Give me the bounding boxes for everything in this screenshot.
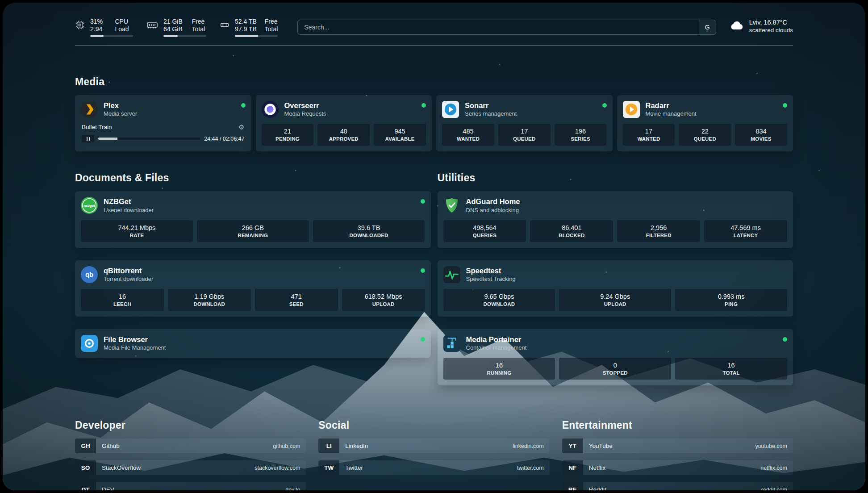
developer-section-title: Developer — [75, 419, 306, 431]
bookmark-stackoverflow[interactable]: SO StackOverflow stackoverflow.com — [75, 460, 306, 475]
speedtest-card[interactable]: Speedtest Speedtest Tracking 9.65 Gbps D… — [438, 260, 793, 317]
app-name: Radarr — [646, 101, 697, 110]
stat-value: 0.993 ms — [718, 293, 745, 300]
bookmark-linkedin[interactable]: LI LinkedIn linkedin.com — [318, 439, 549, 453]
weather-location: Lviv, 16.87°C — [749, 19, 793, 26]
bookmark-name: YouTube — [589, 443, 613, 449]
stat-downloaded: 39.6 TB DOWNLOADED — [313, 220, 425, 242]
media-section-title: Media — [75, 76, 793, 88]
stat-value: 485 — [463, 128, 473, 135]
app-name: Speedtest — [466, 266, 516, 276]
header-divider — [75, 45, 793, 46]
plex-icon — [81, 101, 98, 118]
stat-value: 266 GB — [242, 224, 264, 231]
nzbget-icon: nzbget — [81, 197, 98, 214]
stat-value: 17 — [645, 128, 652, 135]
stat-seed: 471 SEED — [255, 289, 338, 311]
documents-section-title: Documents & Files — [75, 172, 431, 184]
memory-icon — [146, 20, 158, 37]
portainer-icon — [443, 335, 460, 352]
bookmark-netflix[interactable]: NF Netflix netflix.com — [562, 460, 793, 475]
documents-section: Documents & Files nzbget NZBGet — [75, 172, 431, 358]
speedtest-icon — [443, 266, 460, 283]
radarr-card[interactable]: Radarr Movie management 17 WANTED 22 QUE… — [617, 95, 793, 151]
sonarr-card[interactable]: Sonarr Series management 485 WANTED 17 Q… — [436, 95, 613, 151]
memory-metric: 21 GiB Free 64 GiB Total — [146, 18, 206, 37]
cloud-icon — [730, 20, 744, 33]
pause-button[interactable] — [82, 135, 94, 142]
disk-metric: 52.4 TB Free 97.9 TB Total — [220, 18, 278, 37]
bookmark-abbr: DT — [75, 482, 96, 490]
stat-label: AVAILABLE — [385, 136, 415, 142]
bookmark-abbr: YT — [562, 439, 583, 453]
stat-label: APPROVED — [329, 136, 359, 142]
stat-queued: 22 QUEUED — [679, 124, 731, 146]
stat-value: 47.569 ms — [730, 224, 761, 231]
stat-leech: 16 LEECH — [81, 289, 164, 311]
bookmark-reddit[interactable]: RE Reddit reddit.com — [562, 482, 793, 490]
stat-wanted: 485 WANTED — [442, 124, 494, 146]
stat-label: RUNNING — [487, 370, 511, 376]
bookmark-youtube[interactable]: YT YouTube youtube.com — [562, 439, 793, 453]
stat-value: 17 — [521, 128, 528, 135]
bookmark-abbr: NF — [562, 460, 583, 475]
stat-value: 2,956 — [651, 224, 667, 231]
search-input[interactable] — [298, 20, 698, 34]
playback-progress-bar[interactable] — [98, 138, 200, 140]
stat-value: 0 — [613, 362, 617, 369]
app-name: Overseerr — [284, 101, 326, 110]
entertainment-section-title: Entertainment — [562, 419, 793, 431]
app-name: Plex — [104, 101, 137, 110]
stat-label: FILTERED — [646, 233, 672, 238]
status-dot — [421, 268, 425, 273]
playback-time: 24:44 / 02:06:47 — [204, 136, 244, 142]
qbittorrent-card[interactable]: qb qBittorrent Torrent downloader 16 — [75, 260, 431, 317]
stat-label: PING — [725, 301, 738, 307]
app-description: Media File Management — [104, 344, 166, 352]
search-engine-button[interactable]: G — [699, 20, 716, 34]
filebrowser-icon — [81, 335, 98, 352]
plex-card[interactable]: Plex Media server Bullet Train ⚙ — [75, 95, 251, 151]
app-name: NZBGet — [104, 197, 154, 206]
overseerr-card[interactable]: Overseerr Media Requests 21 PENDING 40 A… — [256, 95, 432, 151]
filebrowser-card[interactable]: File Browser Media File Management — [75, 329, 431, 358]
bookmark-github[interactable]: GH Github github.com — [75, 439, 306, 453]
cpu-load-label: Load — [115, 25, 133, 33]
stat-value: 498,564 — [473, 224, 496, 231]
memory-bar — [163, 35, 206, 37]
adguard-card[interactable]: AdGuard Home DNS and adblocking 498,564 … — [438, 191, 793, 247]
bookmark-name: Github — [102, 443, 120, 449]
stat-series: 196 SERIES — [555, 124, 607, 146]
stat-label: REMAINING — [238, 233, 268, 238]
playback-progress-fill — [98, 138, 117, 140]
status-dot — [421, 103, 426, 108]
weather-widget[interactable]: Lviv, 16.87°C scattered clouds — [730, 19, 793, 33]
weather-condition: scattered clouds — [749, 27, 793, 33]
bookmark-dev[interactable]: DT DEV dev.to — [75, 482, 306, 490]
gear-icon[interactable]: ⚙ — [238, 124, 244, 130]
bookmark-url: netflix.com — [760, 465, 787, 471]
memory-free-label: Free — [192, 18, 206, 25]
cpu-bar — [90, 35, 133, 37]
portainer-card[interactable]: Media Portainer Container management 16 … — [438, 329, 793, 385]
stat-label: UPLOAD — [372, 301, 395, 307]
bookmark-twitter[interactable]: TW Twitter twitter.com — [318, 460, 549, 475]
stat-label: SEED — [289, 301, 304, 307]
cpu-icon — [75, 20, 85, 37]
stat-value: 86,401 — [562, 224, 581, 231]
stat-value: 16 — [119, 293, 126, 300]
cpu-bar-fill — [90, 35, 104, 37]
stat-latency: 47.569 ms LATENCY — [704, 220, 787, 242]
stat-value: 39.6 TB — [358, 224, 380, 231]
app-description: Series management — [465, 110, 517, 118]
bookmark-abbr: TW — [318, 460, 339, 475]
nzbget-card[interactable]: nzbget NZBGet Usenet downloader 744.21 M… — [75, 191, 431, 247]
stat-label: QUEUED — [513, 136, 535, 142]
app-description: Movie management — [646, 110, 697, 118]
stat-value: 834 — [755, 128, 766, 135]
app-description: Media server — [104, 110, 137, 118]
stat-label: STOPPED — [603, 370, 628, 376]
app-name: qBittorrent — [104, 266, 153, 276]
bookmark-name: Reddit — [589, 486, 606, 490]
bookmark-name: LinkedIn — [345, 443, 368, 449]
